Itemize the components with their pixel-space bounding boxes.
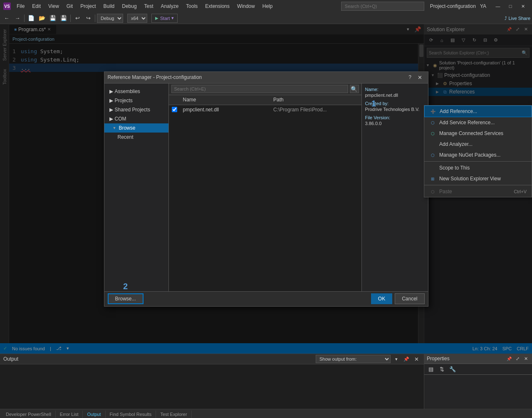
props-grid-button[interactable]: ▤ xyxy=(426,365,436,374)
dialog-nav-assemblies[interactable]: ▶ Assemblies xyxy=(104,87,168,96)
ctx-scope-to-this[interactable]: Scope to This xyxy=(424,162,532,173)
file-version-value: 3.86.0.0 xyxy=(365,121,425,126)
dialog-close-button[interactable]: ✕ xyxy=(416,74,425,81)
nuget-icon: ⬡ xyxy=(429,152,436,158)
bottom-tabs: Developer PowerShell Error List Output F… xyxy=(0,409,532,418)
ctx-paste: ⬡ Paste Ctrl+V xyxy=(424,186,532,197)
dialog-nav-projects[interactable]: ▶ Projects xyxy=(104,96,168,105)
menu-help[interactable]: Help xyxy=(259,2,276,11)
dialog-main: 🔍 Name Path pmpclient.net.dll C:\Progr xyxy=(169,84,361,291)
cancel-button[interactable]: Cancel xyxy=(395,293,424,304)
row-name: pmpclient.net.dll xyxy=(181,107,271,113)
menu-edit[interactable]: Edit xyxy=(29,2,44,11)
name-column-header[interactable]: Name xyxy=(181,97,271,103)
output-options-button[interactable]: ▾ xyxy=(392,357,401,362)
menu-build[interactable]: Build xyxy=(100,2,118,11)
dialog-title: Reference Manager - Project-configuratio… xyxy=(108,74,202,80)
menu-extensions[interactable]: Extensions xyxy=(202,2,233,11)
reference-manager-dialog: Reference Manager - Project-configuratio… xyxy=(104,71,428,307)
error-list-tab[interactable]: Error List xyxy=(56,411,83,418)
file-version-label: File Version: xyxy=(365,115,425,120)
dev-powershell-tab[interactable]: Developer PowerShell xyxy=(2,411,56,418)
global-search-input[interactable] xyxy=(341,2,424,11)
ctx-new-se-view-label: New Solution Explorer View xyxy=(439,176,501,182)
menu-git[interactable]: Git xyxy=(63,2,76,11)
save-all-button[interactable]: 💾 xyxy=(59,14,69,23)
shared-label: Shared Projects xyxy=(115,107,150,113)
ctx-add-reference[interactable]: ➕ Add Reference... xyxy=(424,106,532,117)
props-pin-button[interactable]: 📌 xyxy=(505,356,513,361)
add-service-ref-icon: ⬡ xyxy=(429,119,436,126)
dialog-search-button[interactable]: 🔍 xyxy=(350,85,359,93)
name-info-value: pmpclient.net.dll xyxy=(365,93,425,98)
ctx-manage-nuget[interactable]: ⬡ Manage NuGet Packages... xyxy=(424,150,532,160)
app-icon: VS xyxy=(3,2,11,10)
minimize-button[interactable]: — xyxy=(492,2,504,10)
name-info-label: Name: xyxy=(365,87,425,92)
ctx-manage-connected-services[interactable]: ⬡ Manage Connected Services xyxy=(424,128,532,139)
new-file-button[interactable]: 📄 xyxy=(26,14,36,23)
redo-button[interactable]: ↪ xyxy=(83,14,93,23)
dialog-title-bar: Reference Manager - Project-configuratio… xyxy=(104,72,428,84)
menu-bar: File Edit View Git Project Build Debug T… xyxy=(13,2,276,11)
path-column-header[interactable]: Path xyxy=(271,97,361,103)
save-button[interactable]: 💾 xyxy=(48,14,58,23)
back-button[interactable]: ← xyxy=(2,14,12,23)
properties-toolbar: ▤ ⇅ 🔧 xyxy=(424,364,532,375)
platform-dropdown[interactable]: x64 xyxy=(127,14,147,23)
menu-window[interactable]: Window xyxy=(234,2,258,11)
menu-tools[interactable]: Tools xyxy=(183,2,201,11)
dialog-nav-com[interactable]: ▶ COM xyxy=(104,114,168,123)
ok-button[interactable]: OK xyxy=(371,293,392,304)
undo-button[interactable]: ↩ xyxy=(72,14,82,23)
ctx-new-se-view[interactable]: ⊞ New Solution Explorer View xyxy=(424,173,532,184)
row-checkbox[interactable] xyxy=(169,107,181,112)
test-explorer-tab[interactable]: Test Explorer xyxy=(156,411,191,418)
projects-label: Projects xyxy=(115,98,133,103)
props-wrench-button[interactable]: 🔧 xyxy=(448,365,458,374)
step-1-annotation: 1 xyxy=(371,99,376,108)
menu-file[interactable]: File xyxy=(13,2,28,11)
output-pin-button[interactable]: 📌 xyxy=(402,357,411,362)
live-share-button[interactable]: ⤴ Live Share xyxy=(505,16,530,21)
ctx-manage-connected-services-label: Manage Connected Services xyxy=(439,130,503,136)
dialog-nav-browse[interactable]: ▼ Browse xyxy=(104,123,168,133)
debug-config-dropdown[interactable]: Debug xyxy=(97,14,123,23)
add-analyzer-icon xyxy=(429,141,436,148)
menu-project[interactable]: Project xyxy=(77,2,99,11)
maximize-button[interactable]: □ xyxy=(505,2,516,10)
start-button[interactable]: ▶ Start ▾ xyxy=(151,14,178,23)
dialog-nav-recent[interactable]: Recent xyxy=(104,133,168,142)
menu-debug[interactable]: Debug xyxy=(119,2,140,11)
forward-button[interactable]: → xyxy=(12,14,22,23)
com-arrow: ▶ xyxy=(109,116,113,122)
dialog-help-button[interactable]: ? xyxy=(406,74,415,81)
ctx-add-analyzer[interactable]: Add Analyzer... xyxy=(424,139,532,150)
dialog-table-body: pmpclient.net.dll C:\Program Files\Prod.… xyxy=(169,105,361,291)
table-row[interactable]: pmpclient.net.dll C:\Program Files\Prod.… xyxy=(169,105,361,114)
dialog-search-bar: 🔍 xyxy=(169,84,361,95)
props-close-button[interactable]: ✕ xyxy=(522,356,530,361)
menu-analyze[interactable]: Analyze xyxy=(158,2,182,11)
user-initials: YA xyxy=(480,3,486,9)
ctx-add-reference-label: Add Reference... xyxy=(440,108,477,114)
output-tab[interactable]: Output xyxy=(83,411,105,418)
props-sort-button[interactable]: ⇅ xyxy=(437,365,447,374)
props-dock-button[interactable]: ⤢ xyxy=(514,356,521,361)
dialog-info-panel: Name: pmpclient.net.dll Created by: Prod… xyxy=(361,84,428,291)
dialog-search-input[interactable] xyxy=(171,85,348,93)
ref-checkbox[interactable] xyxy=(172,107,177,112)
output-close-button[interactable]: ✕ xyxy=(412,356,421,362)
open-button[interactable]: 📂 xyxy=(37,14,47,23)
menu-test[interactable]: Test xyxy=(141,2,157,11)
ctx-add-service-reference[interactable]: ⬡ Add Service Reference... xyxy=(424,117,532,128)
ctx-paste-label: Paste xyxy=(439,189,452,194)
output-source-dropdown[interactable]: Show output from: xyxy=(316,355,391,363)
dialog-nav-shared-projects[interactable]: ▶ Shared Projects xyxy=(104,105,168,114)
close-button[interactable]: ✕ xyxy=(517,2,529,10)
menu-view[interactable]: View xyxy=(45,2,62,11)
properties-title: Properties 📌 ⤢ ✕ xyxy=(424,354,532,364)
shared-arrow: ▶ xyxy=(109,107,113,113)
find-symbol-results-tab[interactable]: Find Symbol Results xyxy=(106,411,156,418)
browse-button[interactable]: Browse... xyxy=(108,293,144,304)
